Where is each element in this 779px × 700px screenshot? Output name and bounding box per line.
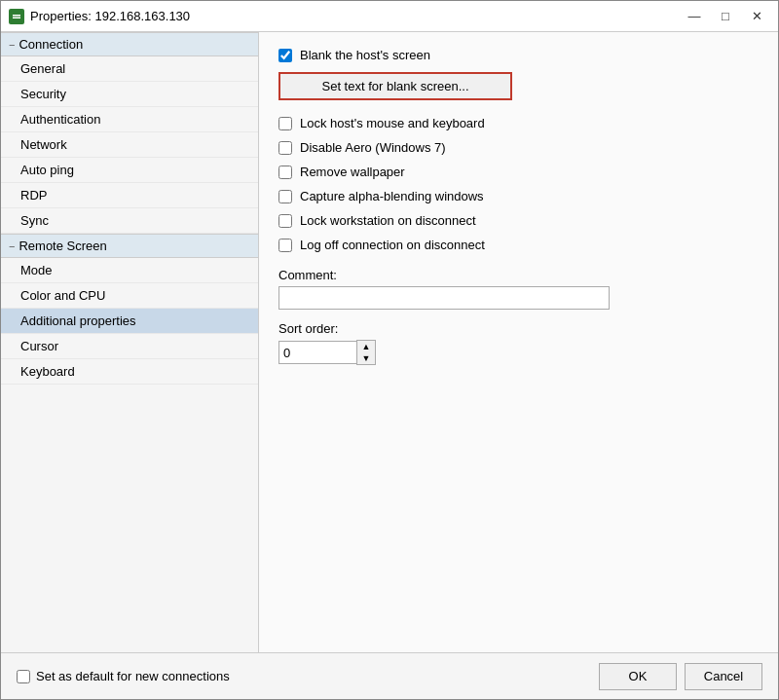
- capture-alpha-label[interactable]: Capture alpha-blending windows: [300, 189, 484, 203]
- sidebar-item-additional-properties[interactable]: Additional properties: [1, 309, 258, 334]
- sort-order-label: Sort order:: [278, 321, 759, 336]
- sidebar-item-rdp[interactable]: RDP: [1, 183, 258, 208]
- lock-workstation-row: Lock workstation on disconnect: [278, 213, 759, 228]
- sidebar-item-color-and-cpu[interactable]: Color and CPU: [1, 283, 258, 309]
- footer-right: OK Cancel: [599, 663, 762, 690]
- remove-wallpaper-label[interactable]: Remove wallpaper: [300, 165, 405, 179]
- blank-host-screen-row: Blank the host's screen: [278, 48, 759, 62]
- title-bar: Properties: 192.168.163.130 — □ ✕: [1, 1, 778, 32]
- sidebar-item-keyboard[interactable]: Keyboard: [1, 359, 258, 385]
- capture-alpha-checkbox[interactable]: [278, 190, 292, 203]
- log-off-checkbox[interactable]: [278, 239, 292, 252]
- disable-aero-checkbox[interactable]: [278, 141, 292, 155]
- sort-order-input-wrap: ▲ ▼: [278, 340, 759, 365]
- disable-aero-label[interactable]: Disable Aero (Windows 7): [300, 140, 446, 155]
- spin-down-button[interactable]: ▼: [357, 352, 375, 364]
- content-area: Blank the host's screen Set text for bla…: [259, 32, 778, 652]
- sidebar-item-authentication[interactable]: Authentication: [1, 107, 258, 132]
- close-button[interactable]: ✕: [743, 6, 770, 27]
- main-window: Properties: 192.168.163.130 — □ ✕ − Conn…: [0, 0, 779, 700]
- cancel-button[interactable]: Cancel: [685, 663, 762, 690]
- main-content: − Connection General Security Authentica…: [1, 32, 778, 652]
- window-title: Properties: 192.168.163.130: [30, 9, 681, 23]
- minimize-button[interactable]: —: [681, 6, 708, 27]
- lock-mouse-keyboard-checkbox[interactable]: [278, 117, 292, 130]
- remote-screen-group-header[interactable]: − Remote Screen: [1, 234, 258, 258]
- sidebar: − Connection General Security Authentica…: [1, 32, 259, 652]
- remove-wallpaper-checkbox[interactable]: [278, 166, 292, 179]
- disable-aero-row: Disable Aero (Windows 7): [278, 140, 759, 155]
- sidebar-item-security[interactable]: Security: [1, 82, 258, 107]
- svg-rect-2: [13, 17, 20, 18]
- remote-screen-collapse-icon: −: [9, 240, 15, 252]
- sidebar-item-general[interactable]: General: [1, 56, 258, 82]
- remove-wallpaper-row: Remove wallpaper: [278, 165, 759, 179]
- comment-section: Comment:: [278, 268, 759, 310]
- connection-group-header[interactable]: − Connection: [1, 32, 258, 56]
- sidebar-item-network[interactable]: Network: [1, 132, 258, 158]
- lock-mouse-keyboard-label[interactable]: Lock host's mouse and keyboard: [300, 116, 485, 130]
- blank-host-screen-checkbox[interactable]: [278, 49, 292, 62]
- sidebar-item-sync[interactable]: Sync: [1, 208, 258, 234]
- set-default-label[interactable]: Set as default for new connections: [36, 669, 230, 683]
- lock-mouse-keyboard-row: Lock host's mouse and keyboard: [278, 116, 759, 130]
- blank-host-screen-label[interactable]: Blank the host's screen: [300, 48, 430, 62]
- sort-order-section: Sort order: ▲ ▼: [278, 321, 759, 365]
- set-text-button[interactable]: Set text for blank screen...: [278, 72, 512, 100]
- connection-collapse-icon: −: [9, 39, 15, 51]
- svg-rect-1: [13, 15, 20, 17]
- window-controls: — □ ✕: [681, 6, 770, 27]
- log-off-label[interactable]: Log off connection on disconnect: [300, 238, 485, 252]
- spin-buttons: ▲ ▼: [356, 340, 376, 365]
- spin-up-button[interactable]: ▲: [357, 341, 375, 352]
- comment-input[interactable]: [278, 286, 610, 310]
- set-default-checkbox[interactable]: [17, 670, 30, 683]
- checkboxes-section: Lock host's mouse and keyboard Disable A…: [278, 116, 759, 252]
- svg-rect-0: [11, 11, 22, 22]
- app-icon: [9, 9, 24, 24]
- ok-button[interactable]: OK: [599, 663, 677, 690]
- maximize-button[interactable]: □: [712, 6, 739, 27]
- lock-workstation-label[interactable]: Lock workstation on disconnect: [300, 213, 476, 228]
- footer: Set as default for new connections OK Ca…: [1, 652, 778, 699]
- connection-group-label: Connection: [19, 37, 83, 52]
- remote-screen-group-label: Remote Screen: [19, 239, 106, 253]
- log-off-row: Log off connection on disconnect: [278, 238, 759, 252]
- comment-label: Comment:: [278, 268, 759, 282]
- sidebar-item-auto-ping[interactable]: Auto ping: [1, 158, 258, 183]
- capture-alpha-row: Capture alpha-blending windows: [278, 189, 759, 203]
- footer-left: Set as default for new connections: [17, 669, 599, 683]
- sidebar-item-cursor[interactable]: Cursor: [1, 334, 258, 359]
- sort-order-input[interactable]: [278, 341, 356, 364]
- sidebar-item-mode[interactable]: Mode: [1, 258, 258, 283]
- lock-workstation-checkbox[interactable]: [278, 214, 292, 228]
